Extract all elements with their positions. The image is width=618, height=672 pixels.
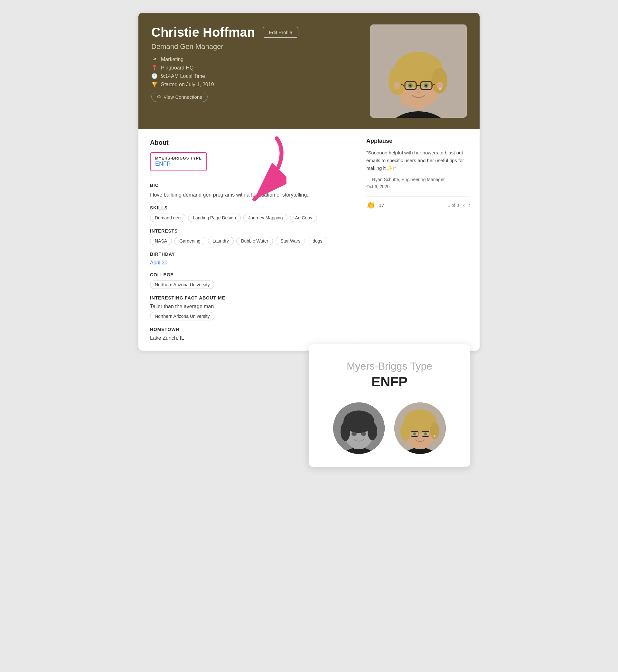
applause-attribution-date: Oct 6, 2020 (366, 183, 471, 190)
meta-time: 🕐 9:14AM Local Time (151, 73, 360, 79)
svg-point-37 (400, 422, 411, 441)
svg-point-6 (389, 66, 407, 95)
bio-text: I love building demand gen programs with… (150, 191, 345, 199)
pagination-info: 1 of 8 (448, 203, 459, 208)
profile-meta: 🏳 Marketing 📍 Pingboard HQ 🕐 9:14AM Loca… (151, 56, 360, 102)
profile-header-top: Christie Hoffman Edit Profile (151, 24, 360, 40)
meta-time-text: 9:14AM Local Time (161, 73, 205, 79)
fact-college-tag: Northern Arizona University (150, 312, 214, 320)
svg-point-8 (394, 82, 400, 90)
meta-department-text: Marketing (161, 56, 184, 62)
pagination-prev-arrow[interactable]: ‹ (463, 202, 465, 209)
meta-start-date-text: Started on July 1, 2019 (161, 82, 214, 88)
profile-header: Christie Hoffman Edit Profile Demand Gen… (138, 13, 480, 129)
svg-point-28 (340, 422, 350, 441)
meta-location: 📍 Pingboard HQ (151, 64, 360, 71)
svg-point-21 (439, 88, 441, 90)
avatar-bw-svg (333, 402, 385, 454)
profile-photo-container (370, 24, 467, 118)
myers-briggs-box: MYERS-BRIGGS TYPE ENFP (150, 152, 207, 171)
avatar-color-svg (394, 402, 446, 454)
skills-section-title: SKILLS (150, 205, 345, 211)
edit-profile-button[interactable]: Edit Profile (263, 27, 298, 38)
mb-label: MYERS-BRIGGS TYPE (155, 156, 202, 160)
location-icon: 📍 (151, 64, 158, 71)
mb-value: ENFP (155, 160, 202, 167)
skills-tags: Demand gen Landing Page Design Journey M… (150, 214, 345, 222)
svg-point-42 (413, 432, 416, 435)
interests-section-title: INTERESTS (150, 228, 345, 234)
applause-title: Applause (366, 138, 471, 144)
skill-tag: Journey Mapping (243, 214, 288, 222)
fact-college-tags: Northern Arizona University (150, 312, 345, 320)
college-tag: Northern Arizona University (150, 280, 214, 289)
applause-emoji: 👏 (366, 201, 375, 210)
avatar-bw (333, 402, 385, 454)
svg-point-29 (368, 422, 377, 440)
pagination-next-arrow[interactable]: › (469, 202, 471, 209)
interest-tag: NASA (150, 237, 172, 245)
birthday-section-title: BIRTHDAY (150, 252, 345, 257)
svg-point-20 (401, 97, 417, 107)
svg-point-18 (425, 85, 427, 87)
flag-icon: 🏳 (151, 56, 158, 62)
view-connections-button[interactable]: ⚙ View Connections (151, 92, 208, 102)
interest-tag: Gardening (175, 237, 205, 245)
interest-tag: Star Wars (276, 237, 305, 245)
pagination-bar: 👏 17 1 of 8 ‹ › (366, 196, 471, 210)
profile-right-col: Applause "Soooooo helpful with her power… (357, 129, 480, 351)
svg-point-31 (361, 432, 366, 436)
meta-department: 🏳 Marketing (151, 56, 360, 62)
profile-name: Christie Hoffman (151, 24, 255, 40)
meta-start-date: 🏆 Started on July 1, 2019 (151, 82, 360, 88)
college-section-title: COLLEGE (150, 272, 345, 277)
svg-point-45 (408, 441, 419, 447)
meta-connections: ⚙ View Connections (151, 90, 360, 102)
fact-text: Taller than the average man (150, 304, 345, 309)
hometown-section-title: HOMETOWN (150, 327, 345, 332)
meta-location-text: Pingboard HQ (161, 65, 193, 71)
birthday-value: April 30 (150, 260, 345, 266)
interest-tag: Laundry (208, 237, 234, 245)
skill-tag: Demand gen (150, 214, 185, 222)
bio-section-title: BIO (150, 183, 345, 188)
tooltip-card-value: ENFP (372, 374, 408, 390)
college-tags: Northern Arizona University (150, 280, 345, 289)
svg-point-43 (424, 432, 427, 435)
profile-card: Christie Hoffman Edit Profile Demand Gen… (138, 13, 480, 351)
profile-title: Demand Gen Manager (151, 42, 360, 51)
svg-point-44 (433, 435, 435, 437)
tooltip-card-title: Myers-Briggs Type (347, 360, 432, 372)
profile-header-left: Christie Hoffman Edit Profile Demand Gen… (151, 24, 370, 102)
applause-attribution-name: — Ryan Schutte, Engineering Manager (366, 176, 471, 183)
profile-photo (370, 24, 467, 118)
clock-icon: 🕐 (151, 73, 158, 79)
skill-tag: Landing Page Design (188, 214, 241, 222)
applause-quote: "Soooooo helpful with her powers to blas… (366, 149, 471, 172)
hometown-text: Lake Zurich, IL (150, 335, 345, 341)
svg-point-30 (351, 432, 356, 436)
interest-tag: dogs (308, 237, 327, 245)
about-heading: About (150, 139, 345, 146)
connections-icon: ⚙ (157, 94, 161, 100)
svg-point-17 (409, 85, 411, 87)
fact-section-title: INTERESTING FACT ABOUT ME (150, 295, 345, 300)
trophy-icon: 🏆 (151, 82, 158, 88)
applause-count: 17 (379, 203, 444, 208)
skill-tag: Ad Copy (290, 214, 317, 222)
page-wrapper: Christie Hoffman Edit Profile Demand Gen… (138, 13, 480, 467)
applause-attribution: — Ryan Schutte, Engineering Manager Oct … (366, 176, 471, 190)
interests-tags: NASA Gardening Laundry Bubble Water Star… (150, 237, 345, 245)
view-connections-label: View Connections (164, 94, 202, 100)
profile-body: About MYERS-BRIGGS TYPE ENFP BIO I love … (138, 129, 480, 351)
interest-tag: Bubble Water (236, 237, 273, 245)
avatar-color (394, 402, 446, 454)
tooltip-avatars (333, 402, 446, 454)
tooltip-card: Myers-Briggs Type ENFP (309, 344, 470, 467)
profile-left-col: About MYERS-BRIGGS TYPE ENFP BIO I love … (138, 129, 357, 351)
